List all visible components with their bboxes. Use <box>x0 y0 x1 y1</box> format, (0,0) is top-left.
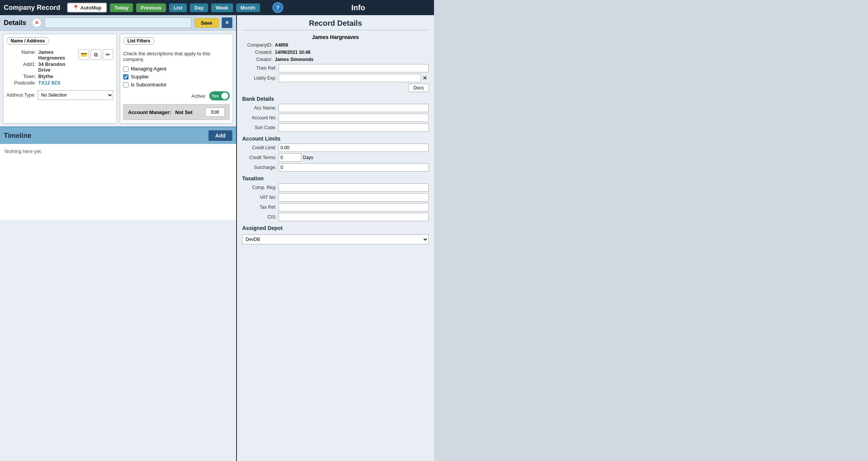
timeline-add-button[interactable]: Add <box>208 130 232 141</box>
sort-code-label: Sort Code: <box>242 125 276 130</box>
address-action-icons: 💳 ⧉ ✏ <box>78 49 113 60</box>
account-no-label: Account No: <box>242 115 276 120</box>
top-bar: Company Record 📍 AutoMap Today Previous … <box>0 0 434 15</box>
pin-icon: 📍 <box>72 5 79 11</box>
supplier-checkbox[interactable] <box>123 74 128 80</box>
account-manager-edit-button[interactable]: Edit <box>205 108 225 117</box>
acc-name-input[interactable] <box>279 104 429 112</box>
liabty-exp-input[interactable] <box>279 74 421 82</box>
record-person-name: James Hargreaves <box>242 34 429 40</box>
account-manager-bar: Account Manager: Not Set Edit <box>123 104 230 120</box>
postcode-value: TX12 9ZX <box>38 80 78 86</box>
managing-agent-checkbox[interactable] <box>123 66 128 72</box>
subcontractor-checkbox[interactable] <box>123 82 128 88</box>
filter-description: Check the descriptions that apply to thi… <box>123 51 230 62</box>
address-type-select[interactable]: No Selection <box>38 90 114 100</box>
name-address-box: Name / Address Name: James Hargreaves Ad… <box>3 34 117 123</box>
active-row: Active: Yes <box>123 91 230 100</box>
list-button[interactable]: List <box>169 3 187 12</box>
add1-label: Add1: <box>14 61 36 73</box>
camera-icon-button[interactable]: 💳 <box>78 49 89 60</box>
comp-reg-input[interactable] <box>279 183 429 192</box>
vat-no-row: VAT No: <box>242 193 429 202</box>
cis-row: CIS: <box>242 213 429 221</box>
comp-reg-label: Comp. Reg: <box>242 185 276 190</box>
cis-input[interactable] <box>279 213 429 221</box>
sort-code-row: Sort Code: <box>242 123 429 132</box>
week-button[interactable]: Week <box>211 3 233 12</box>
month-button[interactable]: Month <box>236 3 260 12</box>
company-id-value: A4856 <box>275 42 288 48</box>
surcharge-input[interactable] <box>279 163 429 172</box>
town-value: Blythe <box>38 73 78 79</box>
tax-ref-input[interactable] <box>279 203 429 211</box>
copy-icon-button[interactable]: ⧉ <box>91 49 101 60</box>
liabty-exp-clear-button[interactable]: ✕ <box>421 74 429 82</box>
their-ref-label: Their Ref: <box>242 66 276 71</box>
timeline-empty-text: Nothing here yet. <box>5 148 42 154</box>
filter-managing-agent: Managing Agent <box>123 66 230 72</box>
name-value: James Hargreaves <box>38 49 78 61</box>
toggle-circle <box>221 92 228 99</box>
previous-button[interactable]: Previous <box>136 3 166 12</box>
days-label: Days <box>303 155 313 160</box>
liabty-exp-label: Liabty Exp: <box>242 75 276 81</box>
taxation-title: Taxation <box>242 175 429 181</box>
created-field: Created: 14/06/2021 10:46 <box>242 50 429 55</box>
active-label: Active: <box>191 93 206 99</box>
their-ref-row: Their Ref: <box>242 64 429 72</box>
vat-no-label: VAT No: <box>242 195 276 200</box>
edit-icon-button[interactable]: ✏ <box>103 49 113 60</box>
timeline-title: Timeline <box>4 132 31 140</box>
day-button[interactable]: Day <box>190 3 208 12</box>
add1-value: 34 Brandon Drive <box>38 61 78 73</box>
address-type-row: Address Type: No Selection <box>6 90 113 100</box>
comp-reg-row: Comp. Reg: <box>242 183 429 192</box>
name-address-title: Name / Address <box>6 37 49 45</box>
tax-ref-label: Tax Ref: <box>242 205 276 210</box>
record-details-title: Record Details <box>242 19 429 30</box>
their-ref-input[interactable] <box>279 64 429 72</box>
docs-button[interactable]: Docs <box>409 84 429 92</box>
vat-no-input[interactable] <box>279 193 429 202</box>
credit-limit-row: Credit Limit: <box>242 144 429 152</box>
filter-subcontractor: Is Subcontractor <box>123 82 230 88</box>
name-label: Name: <box>14 49 36 61</box>
main-layout: Details ✕ Save × Name / Address Name: Ja… <box>0 15 434 461</box>
toggle-yes-label: Yes <box>212 94 219 98</box>
depot-select[interactable]: DevDB <box>242 234 429 244</box>
credit-limit-label: Credit Limit: <box>242 145 276 150</box>
timeline-section: Timeline Add Nothing here yet. <box>0 127 236 220</box>
help-button[interactable]: ? <box>273 2 283 13</box>
info-title: Info <box>351 3 365 12</box>
automap-button[interactable]: 📍 AutoMap <box>67 3 107 13</box>
address-type-label: Address Type: <box>6 92 36 98</box>
supplier-label: Supplier <box>131 74 149 80</box>
town-label: Town: <box>14 73 36 79</box>
account-no-input[interactable] <box>279 114 429 122</box>
left-panel: Details ✕ Save × Name / Address Name: Ja… <box>0 15 236 461</box>
today-button[interactable]: Today <box>110 3 133 12</box>
subcontractor-label: Is Subcontractor <box>131 82 167 88</box>
company-id-field: CompanyID: A4856 <box>242 42 429 48</box>
search-clear-button[interactable]: ✕ <box>32 18 41 27</box>
credit-terms-input[interactable] <box>279 153 301 162</box>
created-label: Created: <box>242 50 273 55</box>
search-input[interactable] <box>44 17 191 28</box>
timeline-header: Timeline Add <box>0 127 236 144</box>
creator-value: James Simmonds <box>275 57 313 62</box>
save-button[interactable]: Save <box>194 18 219 28</box>
details-header: Details ✕ Save × <box>0 15 236 31</box>
tax-ref-row: Tax Ref: <box>242 203 429 211</box>
sort-code-input[interactable] <box>279 123 429 132</box>
credit-terms-label: Credit Terms: <box>242 155 276 160</box>
app-title: Company Record <box>4 4 60 12</box>
active-toggle[interactable]: Yes <box>209 91 230 100</box>
list-filters-title: List Filters <box>123 37 155 45</box>
cis-label: CIS: <box>242 214 276 220</box>
credit-limit-input[interactable] <box>279 144 429 152</box>
account-limits-title: Account Limits <box>242 136 429 142</box>
close-button[interactable]: × <box>222 17 232 28</box>
list-filters-box: List Filters Check the descriptions that… <box>120 34 233 123</box>
filter-supplier: Supplier <box>123 74 230 80</box>
